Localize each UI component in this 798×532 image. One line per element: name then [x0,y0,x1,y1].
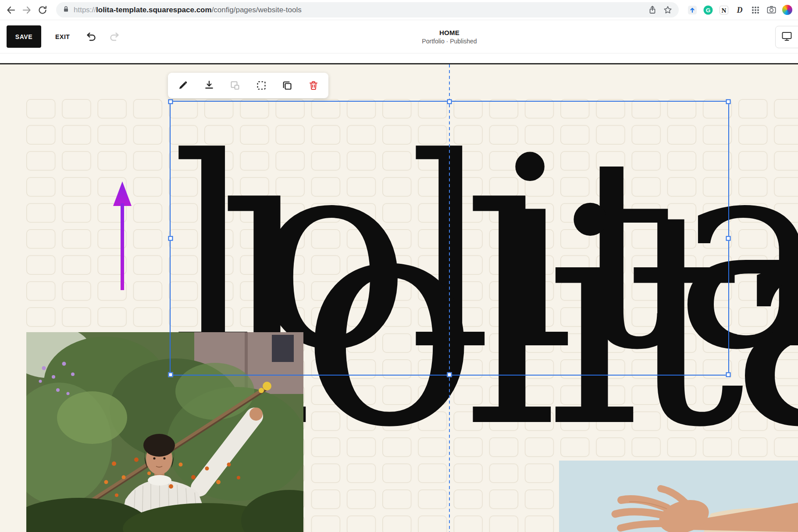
svg-text:D: D [737,6,743,14]
extension-notion-icon[interactable]: N [718,4,730,16]
edit-pencil-icon[interactable] [177,79,189,92]
bookmark-star-icon[interactable] [662,4,673,16]
resize-handle-middle-left[interactable] [168,236,173,241]
block-toolbar [168,73,328,98]
browser-chrome: https://lolita-template.squarespace.com/… [0,0,798,20]
hand-photo-illustration [559,461,798,532]
resize-handle-top-right[interactable] [726,99,731,104]
resize-handle-top-left[interactable] [168,99,173,104]
exit-button[interactable]: EXIT [49,29,76,45]
page-indicator[interactable]: HOME Portfolio · Published [422,29,477,45]
block-selection-box[interactable] [170,101,729,376]
resize-handle-top-middle[interactable] [447,99,452,104]
resize-handle-bottom-middle[interactable] [447,372,452,377]
reload-icon[interactable] [37,4,48,16]
share-icon[interactable] [647,4,658,16]
editor-toolbar: SAVE EXIT HOME Portfolio · Published [0,20,798,53]
svg-text:N: N [722,7,727,14]
resize-handle-middle-right[interactable] [726,236,731,241]
forward-arrow-icon[interactable] [21,4,32,16]
redo-icon[interactable] [107,29,122,44]
page-title: HOME [422,29,477,36]
extension-d-icon[interactable]: D [734,4,745,16]
editor-canvas: lolita lolita [0,64,798,532]
lock-icon [62,5,70,14]
device-preview-monitor-icon [781,30,793,44]
back-arrow-icon[interactable] [5,4,17,16]
trash-icon[interactable] [307,79,320,92]
google-apps-grid-icon[interactable] [750,4,761,16]
url-bar[interactable]: https://lolita-template.squarespace.com/… [56,2,679,18]
canvas-top-gap [0,53,798,63]
crop-frame-icon[interactable] [229,79,241,92]
save-button[interactable]: SAVE [7,25,41,48]
duplicate-icon[interactable] [281,79,293,92]
resize-handle-bottom-left[interactable] [168,372,173,377]
resize-handle-bottom-right[interactable] [726,372,731,377]
download-icon[interactable] [203,79,215,92]
device-preview-button[interactable] [775,26,798,48]
annotation-arrow-up [112,181,133,292]
url-text: https://lolita-template.squarespace.com/… [74,6,302,14]
marquee-select-icon[interactable] [255,79,267,92]
extension-grammarly-icon[interactable]: G [702,4,714,16]
extension-up-arrow-icon[interactable] [687,4,698,16]
page-status: Portfolio · Published [422,38,477,45]
undo-icon[interactable] [84,29,99,44]
hand-sky-photo[interactable] [559,461,798,532]
browser-window: https://lolita-template.squarespace.com/… [0,0,798,532]
camera-icon[interactable] [766,4,777,16]
extension-colorful-icon[interactable] [781,4,793,16]
svg-text:G: G [706,7,711,14]
